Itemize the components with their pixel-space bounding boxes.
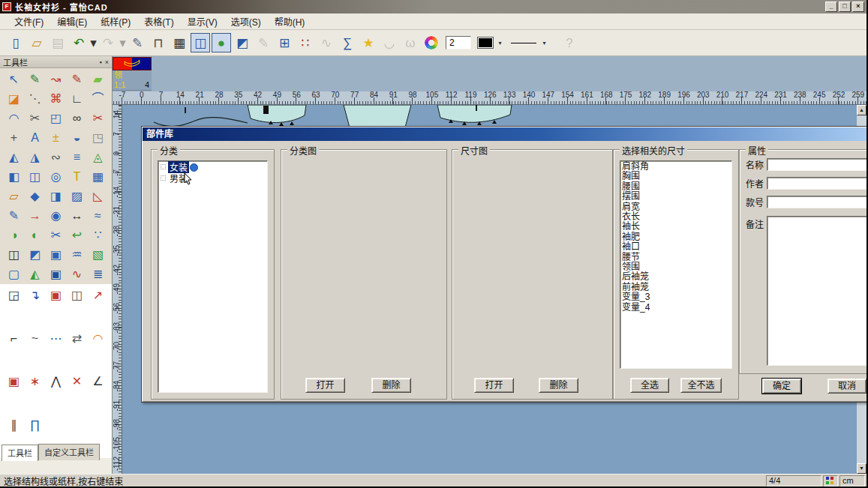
flip-pieces-tool[interactable]: ◫ <box>67 286 88 305</box>
category-tree-item[interactable]: 女装 <box>158 161 267 172</box>
menu-item[interactable]: 表格(T) <box>137 13 180 29</box>
minimize-button[interactable]: _ <box>825 1 837 12</box>
smart-modify-tool[interactable]: ↝ <box>46 70 67 89</box>
scroll-up-button[interactable]: ▲ <box>857 105 866 115</box>
width-measure-tool[interactable]: ↔ <box>67 206 88 226</box>
intersect-tool[interactable]: + <box>4 128 25 148</box>
size-item[interactable]: 腰节 <box>622 253 731 262</box>
group-pieces-tool[interactable]: ▣ <box>46 245 67 265</box>
ok-button[interactable]: 确定 <box>762 379 801 394</box>
structure-view-icon[interactable]: ◫ <box>191 33 210 52</box>
scatter-icon[interactable]: ∷ <box>296 33 315 52</box>
menu-item[interactable]: 选项(S) <box>224 13 268 29</box>
panel-close-icon[interactable]: × <box>105 58 109 66</box>
align-boxes-tool[interactable]: ◳ <box>88 128 109 148</box>
tool-panel-tab[interactable]: 自定义工具栏 <box>38 444 100 460</box>
flowchart-icon[interactable]: ⊞ <box>275 33 294 52</box>
tool-panel-tab[interactable]: 工具栏 <box>2 445 38 461</box>
cut-curve-tool[interactable]: ~ <box>25 329 46 349</box>
size-item[interactable]: 胸围 <box>622 172 731 181</box>
line-style-select[interactable] <box>511 37 539 49</box>
corner-line-tool[interactable]: ∟ <box>67 89 88 109</box>
size-item[interactable]: 袖口 <box>622 242 731 252</box>
select-all-button[interactable]: 全选 <box>630 378 669 393</box>
size-delete-button[interactable]: 删除 <box>539 378 578 393</box>
notes-field[interactable] <box>767 216 866 366</box>
rotate-tool[interactable]: ◮ <box>25 148 46 167</box>
arc-tool[interactable]: ⌒ <box>88 89 109 109</box>
point-mark-tool[interactable]: ∗ <box>25 372 46 391</box>
style-no-field[interactable] <box>767 196 866 208</box>
sewing-machine-tool[interactable]: ▣ <box>46 265 67 284</box>
unit-indicator[interactable]: cm <box>839 475 865 487</box>
curve-w-icon[interactable]: ω <box>401 33 420 52</box>
size-item[interactable]: 变量_4 <box>622 303 731 313</box>
select-tool[interactable]: ↖ <box>4 70 25 89</box>
size-open-button[interactable]: 打开 <box>474 378 514 393</box>
save-icon[interactable]: ▤ <box>48 33 68 52</box>
open-file-icon[interactable]: ▱ <box>27 33 47 52</box>
compass-tool[interactable]: A <box>25 128 46 148</box>
size-item[interactable]: 摆围 <box>622 192 731 202</box>
node-link-tool[interactable]: ⋯ <box>46 329 67 349</box>
trace-tool[interactable]: ∾ <box>46 148 67 167</box>
dot-mark-tool[interactable]: ∵ <box>88 226 109 245</box>
category-delete-button[interactable]: 删除 <box>371 378 411 393</box>
select-region-tool[interactable]: ◲ <box>4 286 25 305</box>
size-item[interactable]: 袖长 <box>622 222 731 232</box>
piece-move-tool[interactable]: → <box>25 206 46 226</box>
sizes-listbox[interactable]: 肩斜角胸围腰围摆围肩宽衣长袖长袖肥袖口腰节领围后袖笼前袖笼变量_3变量_4 <box>620 160 732 369</box>
move-piece-tool[interactable]: ↴ <box>25 286 46 305</box>
undo-icon[interactable]: ↶ <box>69 33 89 52</box>
menu-item[interactable]: 帮助(H) <box>268 13 312 29</box>
author-field[interactable] <box>767 177 866 190</box>
seam-eraser-tool[interactable]: ◪ <box>4 89 25 109</box>
outline-piece-tool[interactable]: ▱ <box>4 187 25 206</box>
select-none-button[interactable]: 全不选 <box>680 378 722 393</box>
curve-u-icon[interactable]: ◡ <box>380 33 399 52</box>
seam-grid-tool[interactable]: ▦ <box>88 167 109 187</box>
pocket-tool[interactable]: ◆ <box>25 187 46 206</box>
ribbon-tool[interactable]: ⌘ <box>46 89 67 109</box>
size-item[interactable]: 变量_3 <box>622 292 731 302</box>
pin-icon[interactable]: ▪ <box>100 58 102 66</box>
wave-edge-tool[interactable]: ≈ <box>88 206 109 226</box>
grid-swatch-icon[interactable] <box>823 475 838 487</box>
frame-place-tool[interactable]: ▣ <box>46 286 67 305</box>
skirt-spread-tool[interactable]: ◬ <box>88 148 109 167</box>
cross-lines-tool[interactable]: ✕ <box>67 372 88 391</box>
base-pattern-tool[interactable]: ◭ <box>25 265 46 284</box>
figure-piece-tool[interactable]: ◩ <box>25 245 46 265</box>
pencil-tool[interactable]: ✎ <box>67 70 88 89</box>
measure-sum-icon[interactable]: ∑ <box>338 33 357 52</box>
color-dropdown-icon[interactable]: ▾ <box>497 33 503 52</box>
fold-piece-tool[interactable]: ◑ <box>4 226 25 245</box>
size-item[interactable]: 腰围 <box>622 182 731 192</box>
measure-star-icon[interactable]: ★ <box>359 33 378 52</box>
line-color-swatch[interactable] <box>476 33 495 52</box>
hatch-tool[interactable]: ▨ <box>67 187 88 206</box>
piece-pen-tool[interactable]: ✎ <box>4 206 25 226</box>
undo-dropdown-icon[interactable]: ▾ <box>90 33 97 52</box>
corner-quad-tool[interactable]: ▢ <box>4 265 25 284</box>
menu-item[interactable]: 显示(V) <box>181 13 224 29</box>
add-piece-tool[interactable]: ◰ <box>46 109 67 128</box>
tree-node-box[interactable] <box>161 175 166 181</box>
layers-tool[interactable]: ≣ <box>88 265 109 284</box>
dart-line-tool[interactable]: ⋀ <box>46 372 67 391</box>
plotter-icon[interactable]: ⊓ <box>149 33 168 52</box>
pattern-view-icon[interactable]: ● <box>212 33 231 52</box>
redo-dropdown-icon[interactable]: ▾ <box>119 33 126 52</box>
compare-tool[interactable]: ∞ <box>67 109 88 128</box>
scroll-down-button[interactable]: ▼ <box>857 463 866 474</box>
notch-tool[interactable]: ◺ <box>88 187 109 206</box>
nested-rect-tool[interactable]: ▣ <box>4 372 25 391</box>
scissors-tool[interactable]: ✂ <box>25 109 46 128</box>
texture-tool[interactable]: ▧ <box>88 245 109 265</box>
measure-compare-tool[interactable]: ∥ <box>4 415 25 435</box>
angle-measure-tool[interactable]: ∠ <box>88 372 109 391</box>
redo-icon[interactable]: ↷ <box>98 33 118 52</box>
menu-item[interactable]: 编辑(E) <box>50 13 94 29</box>
pleats-tool[interactable]: ◫ <box>25 167 46 187</box>
mirror-tool[interactable]: ◭ <box>4 148 25 167</box>
